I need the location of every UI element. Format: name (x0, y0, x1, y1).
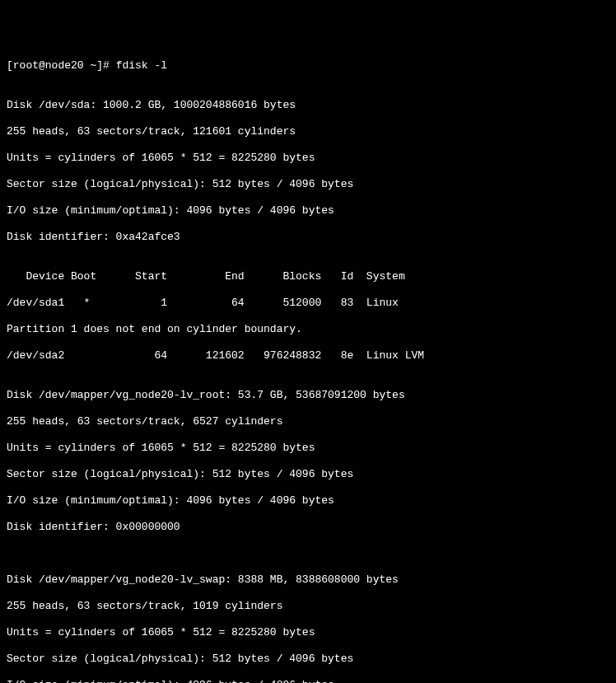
partition-warning: Partition 1 does not end on cylinder bou… (7, 323, 609, 336)
disk-lvswap-geom: 255 heads, 63 sectors/track, 1019 cylind… (7, 600, 609, 613)
command-text: fdisk -l (116, 59, 167, 72)
disk-sda-sector: Sector size (logical/physical): 512 byte… (7, 178, 609, 191)
disk-lvroot-geom: 255 heads, 63 sectors/track, 6527 cylind… (7, 415, 609, 428)
shell-prompt: [root@node20 ~]# (7, 59, 116, 72)
disk-sda-io: I/O size (minimum/optimal): 4096 bytes /… (7, 204, 609, 218)
partition-row: /dev/sda2 64 121602 976248832 8e Linux L… (7, 349, 609, 363)
disk-sda-id: Disk identifier: 0xa42afce3 (7, 231, 609, 244)
partition-row: /dev/sda1 * 1 64 512000 83 Linux (7, 297, 609, 310)
disk-lvroot-io: I/O size (minimum/optimal): 4096 bytes /… (7, 494, 609, 508)
disk-sda-geom: 255 heads, 63 sectors/track, 121601 cyli… (7, 125, 609, 138)
prompt-line: [root@node20 ~]# fdisk -l (7, 59, 609, 73)
disk-sda-units: Units = cylinders of 16065 * 512 = 82252… (7, 152, 609, 165)
disk-lvswap-sector: Sector size (logical/physical): 512 byte… (7, 653, 609, 666)
disk-lvswap-units: Units = cylinders of 16065 * 512 = 82252… (7, 626, 609, 639)
disk-lvroot-header: Disk /dev/mapper/vg_node20-lv_root: 53.7… (7, 389, 609, 402)
disk-lvroot-id: Disk identifier: 0x00000000 (7, 521, 609, 534)
disk-lvswap-header: Disk /dev/mapper/vg_node20-lv_swap: 8388… (7, 573, 609, 587)
disk-lvroot-sector: Sector size (logical/physical): 512 byte… (7, 468, 609, 481)
disk-lvswap-io: I/O size (minimum/optimal): 4096 bytes /… (7, 679, 609, 683)
disk-sda-header: Disk /dev/sda: 1000.2 GB, 1000204886016 … (7, 99, 609, 112)
disk-lvroot-units: Units = cylinders of 16065 * 512 = 82252… (7, 442, 609, 455)
partition-table-header: Device Boot Start End Blocks Id System (7, 270, 609, 283)
